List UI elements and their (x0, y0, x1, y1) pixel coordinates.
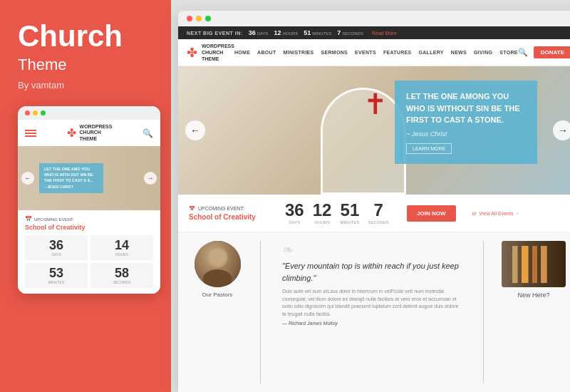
countdown-days: 36 DAYS (25, 235, 88, 260)
mobile-event-section: 📅 UPCOMING EVENT: School of Creativity 3… (18, 210, 160, 294)
desktop-top-bar (178, 11, 570, 26)
new-here-card: New Here? (498, 241, 569, 383)
countdown-seconds: 7 SECONDS (368, 202, 389, 225)
hero-learn-more-button[interactable]: LEARN MORE (406, 143, 452, 154)
event-bar-label: NEXT BIG EVENT IN: (187, 31, 243, 36)
event-bar-days: 36 DAYS (249, 29, 269, 36)
nav-store[interactable]: STORE (499, 50, 518, 55)
new-here-label: New Here? (517, 292, 549, 299)
mobile-hero-text-box: LET THE ONE AMO YOU WHO IS WITH OUT SIN … (39, 163, 103, 193)
nav-sermons[interactable]: SERMONS (321, 50, 348, 55)
countdown-minutes: 53 MINUTES (25, 263, 88, 288)
desktop-logo: ✤ WORDPRESSCHURCHTHEME (187, 43, 234, 62)
hero-text-box: LET THE ONE AMONG YOU WHO IS WITHOUT SIN… (395, 81, 537, 164)
countdown-numbers: 36 DAYS 12 HOURS 51 MINUTES 7 SECONDS (285, 202, 389, 225)
donate-button[interactable]: Donate (534, 46, 570, 58)
mobile-dot-red (25, 110, 30, 115)
mobile-prev-arrow[interactable]: ← (21, 172, 34, 185)
books-photo (502, 241, 566, 287)
mobile-nav: ✤ WORDPRESSCHURCHTHEME 🔍 (18, 120, 160, 146)
countdown-section: 📅 UPCOMING EVENT: School of Creativity 3… (178, 195, 570, 232)
countdown-seconds: 58 SECONDS (90, 263, 153, 288)
mobile-countdown: 36 DAYS 14 HOURS 53 MINUTES 58 SECONDS (25, 235, 153, 288)
left-panel: Church Theme By vamtam ✤ WORDPRESSCHURCH… (0, 0, 171, 392)
logo-text: WORDPRESSCHURCHTHEME (202, 43, 234, 62)
quote-author: — Richard James Molloy (282, 321, 462, 326)
view-all-text[interactable]: View All Events → (480, 211, 520, 216)
mobile-dot-green (41, 110, 46, 115)
desktop-nav: ✤ WORDPRESSCHURCHTHEME HOME ABOUT MINIST… (178, 39, 570, 66)
desktop-dot-red (187, 16, 192, 21)
event-bar-minutes: 51 MINUTES (304, 29, 331, 36)
join-now-button[interactable]: Join now (407, 205, 455, 222)
author-label: By vamtam (18, 80, 64, 91)
event-bar: NEXT BIG EVENT IN: 36 DAYS 12 HOURS 51 M… (178, 26, 570, 39)
event-bar-seconds: 7 SECONDS (337, 29, 363, 36)
nav-ministries[interactable]: MINISTRIES (284, 50, 314, 55)
nav-about[interactable]: ABOUT (257, 50, 276, 55)
pastor-photo-inner (195, 241, 241, 287)
page-subtitle: Theme (18, 56, 66, 74)
countdown-event-name: School of Creativity (189, 213, 274, 221)
countdown-days: 36 DAYS (285, 202, 304, 225)
mobile-hero: ← LET THE ONE AMO YOU WHO IS WITH OUT SI… (18, 146, 160, 210)
calendar-icon: 📅 (189, 206, 195, 212)
quote-icon: ❧ (282, 241, 462, 258)
search-icon[interactable]: 🔍 (518, 48, 528, 57)
quote-text: "Every mountain top is within reach if y… (282, 260, 462, 284)
mobile-hero-attr: ~ Jesus Christ (44, 185, 98, 190)
countdown-event-info: 📅 UPCOMING EVENT: School of Creativity (189, 206, 274, 221)
nav-gallery[interactable]: GALLERY (418, 50, 443, 55)
mobile-search-icon[interactable]: 🔍 (142, 128, 153, 138)
countdown-event-label: 📅 UPCOMING EVENT: (189, 206, 274, 212)
desktop-nav-right: 🔍 Donate (518, 46, 570, 58)
page-title: Church (18, 21, 123, 51)
logo-icon: ✤ (67, 126, 76, 140)
mobile-logo: ✤ WORDPRESSCHURCHTHEME (67, 124, 113, 142)
hero-quote: LET THE ONE AMONG YOU WHO IS WITHOUT SIN… (406, 91, 526, 126)
content-section: Our Pastors ❧ "Every mountain top is wit… (178, 232, 570, 392)
separator (260, 241, 261, 383)
book-spine-1 (512, 246, 518, 283)
countdown-hours: 14 HOURS (90, 235, 153, 260)
desktop-dot-green (205, 16, 211, 21)
quote-section: ❧ "Every mountain top is within reach if… (275, 241, 469, 383)
desktop-mockup: NEXT BIG EVENT IN: 36 DAYS 12 HOURS 51 M… (178, 11, 570, 392)
pastor-label: Our Pastors (202, 292, 233, 298)
mobile-logo-text: WORDPRESSCHURCHTHEME (80, 124, 113, 142)
nav-news[interactable]: NEWS (451, 50, 467, 55)
desktop-dot-yellow (196, 16, 202, 21)
mobile-event-label: 📅 UPCOMING EVENT: (25, 216, 153, 222)
nav-features[interactable]: FEATURES (383, 50, 412, 55)
hero-next-arrow[interactable]: → (553, 120, 570, 140)
nav-home[interactable]: HOME (234, 50, 250, 55)
nav-giving[interactable]: GIVING (474, 50, 492, 55)
desktop-nav-links: HOME ABOUT MINISTRIES SERMONS EVENTS FEA… (234, 50, 518, 55)
event-bar-hours: 12 HOURS (274, 29, 299, 36)
mobile-event-name: School of Creativity (25, 224, 153, 231)
logo-icon: ✤ (187, 45, 197, 61)
desktop-hero: ✝ ← LET THE ONE AMONG YOU WHO IS WITHOUT… (178, 66, 570, 195)
countdown-hours: 12 HOURS (313, 202, 332, 225)
pastor-photo (195, 241, 241, 287)
nav-events[interactable]: EVENTS (355, 50, 376, 55)
quote-body: Duis aute vel sum eILsus dolor in henric… (282, 288, 462, 318)
book-spine-4 (541, 246, 547, 283)
hero-attribution: ~ Jesus Christ (406, 130, 526, 138)
mobile-top-bar (18, 106, 160, 120)
view-all-events-link[interactable]: or View All Events → (472, 211, 520, 216)
mobile-dot-yellow (33, 110, 38, 115)
book-spine-3 (532, 246, 537, 283)
mobile-hero-quote: LET THE ONE AMO YOU WHO IS WITH OUT SIN … (44, 167, 98, 183)
mobile-next-arrow[interactable]: → (144, 172, 157, 185)
event-bar-read-more[interactable]: Read More (372, 31, 397, 36)
cross-icon: ✝ (363, 88, 388, 120)
mobile-mockup: ✤ WORDPRESSCHURCHTHEME 🔍 ← LET THE ONE A… (18, 106, 160, 294)
separator-2 (483, 241, 484, 383)
pastor-card: Our Pastors (189, 241, 246, 383)
right-panel: NEXT BIG EVENT IN: 36 DAYS 12 HOURS 51 M… (171, 0, 570, 392)
calendar-icon: 📅 (25, 216, 32, 222)
book-spine-2 (522, 246, 529, 283)
hamburger-icon[interactable] (25, 130, 36, 137)
countdown-minutes: 51 MINUTES (340, 202, 359, 225)
